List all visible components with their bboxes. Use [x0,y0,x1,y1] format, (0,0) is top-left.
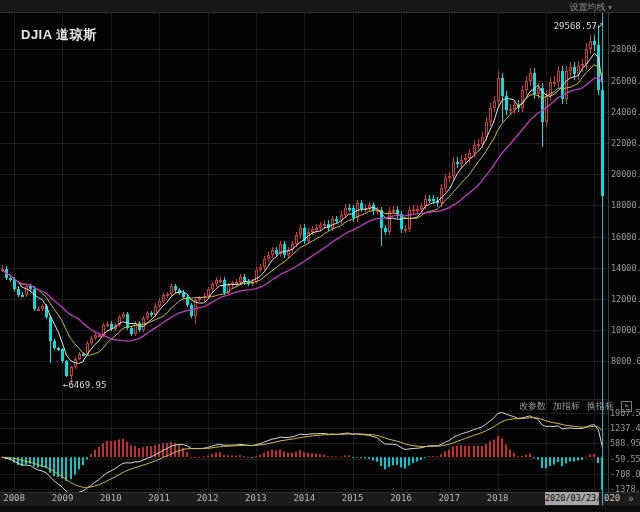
x-axis-year-label: 2013 [245,492,267,505]
high-price-annotation: 29568.57 [548,21,597,31]
indicator-toolbar: 改参数 加指标 换指标 × [519,400,632,413]
x-axis-year-label: 2010 [100,492,122,505]
stock-chart-app: 设置均线 ▾ DJIA 道琼斯 29568.57 ↗ ←6469.95 2800… [0,0,640,512]
indicator-y-axis-label: 1237.44 [610,423,640,433]
page-title: DJIA 道琼斯 [21,26,97,44]
x-axis-strip [0,492,640,506]
main-y-axis-label: 8000.00 [611,356,640,366]
main-y-axis-label: 24000.00 [611,107,640,117]
close-indicator-icon[interactable]: × [621,401,632,412]
add-indicator-button[interactable]: 加指标 [553,400,580,413]
main-y-axis-label: 10000.00 [611,325,640,335]
indicator-y-axis-label: -59.55 [610,454,640,464]
x-axis-year-label: 2015 [342,492,364,505]
crosshair-cursor-line [602,13,603,505]
cursor-date-badge: 2020/03/23/— [545,492,599,505]
x-axis-year-label: 2011 [148,492,170,505]
scroll-right-icon[interactable]: » [628,492,634,505]
x-axis-year-label: 2012 [197,492,219,505]
main-y-axis-label: 14000.00 [611,263,640,273]
chevron-down-icon: ▾ [608,3,612,12]
low-price-annotation: ←6469.95 [63,380,106,390]
main-y-axis-label: 28000.00 [611,44,640,54]
main-y-axis-label: 16000.00 [611,232,640,242]
x-axis-year-label: 2008 [3,492,25,505]
main-y-axis-label: 20000.00 [611,169,640,179]
switch-indicator-button[interactable]: 换指标 [587,400,614,413]
main-y-axis-label: 22000.00 [611,138,640,148]
ma-settings-button[interactable]: 设置均线 ▾ [569,1,612,14]
high-arrow-icon: ↗ [597,20,605,30]
ma-settings-label: 设置均线 [569,2,605,12]
low-price-value: 6469.95 [68,380,106,390]
change-params-button[interactable]: 改参数 [519,400,546,413]
indicator-y-axis-label: 588.95 [610,438,640,448]
bottom-edge [0,506,640,512]
x-axis-year-label: 2009 [52,492,74,505]
x-axis-year-label: 2014 [293,492,315,505]
main-y-axis-label: 18000.00 [611,200,640,210]
x-axis-year-label: 2017 [438,492,460,505]
x-axis-year-label: 2016 [390,492,412,505]
x-axis-year-label-partial: 020 [604,493,620,503]
indicator-y-axis-label: -708.05 [610,469,640,479]
top-bar [0,0,640,13]
candlestick-chart-canvas[interactable] [0,0,640,512]
main-y-axis-label: 26000.00 [611,76,640,86]
main-y-axis-label: 12000.00 [611,294,640,304]
x-axis-year-label: 2018 [487,492,509,505]
